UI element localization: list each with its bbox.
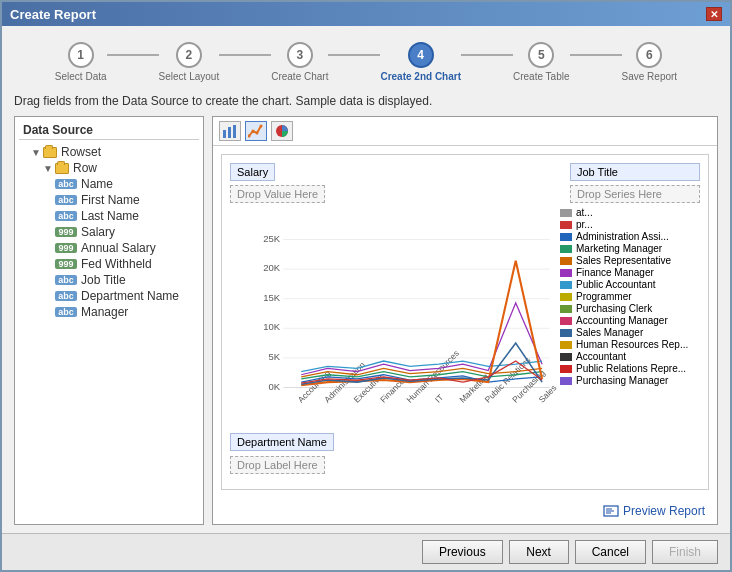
svg-rect-2 bbox=[233, 125, 236, 138]
tree-field-department-name[interactable]: abc Department Name bbox=[19, 288, 199, 304]
step-4-label: Create 2nd Chart bbox=[380, 71, 461, 82]
type-badge: abc bbox=[55, 211, 77, 221]
legend-color-swatch bbox=[560, 341, 572, 349]
legend-color-swatch bbox=[560, 233, 572, 241]
tree-field-annual-salary[interactable]: 999 Annual Salary bbox=[19, 240, 199, 256]
tree-field-fed-withheld[interactable]: 999 Fed Withheld bbox=[19, 256, 199, 272]
svg-point-5 bbox=[256, 132, 259, 135]
legend-color-swatch bbox=[560, 257, 572, 265]
x-axis-label[interactable]: Department Name bbox=[230, 433, 334, 451]
legend-label[interactable]: Job Title bbox=[570, 163, 700, 181]
svg-text:20K: 20K bbox=[263, 262, 281, 273]
tree-rowset[interactable]: ▼ Rowset bbox=[19, 144, 199, 160]
svg-text:IT: IT bbox=[433, 392, 445, 404]
legend-item: Administration Assi... bbox=[560, 231, 700, 242]
legend-item-label: Human Resources Rep... bbox=[576, 339, 688, 350]
cancel-button[interactable]: Cancel bbox=[575, 540, 646, 564]
line-chart-button[interactable] bbox=[245, 121, 267, 141]
expand-row: ▼ bbox=[43, 163, 55, 174]
tree-field-name[interactable]: abc Name bbox=[19, 176, 199, 192]
row-label: Row bbox=[73, 161, 97, 175]
instruction-text: Drag fields from the Data Source to crea… bbox=[14, 94, 718, 108]
svg-text:10K: 10K bbox=[263, 321, 281, 332]
window-title: Create Report bbox=[10, 7, 96, 22]
tree-field-manager[interactable]: abc Manager bbox=[19, 304, 199, 320]
step-5: 5 Create Table bbox=[513, 42, 570, 82]
legend-item: Accountant bbox=[560, 351, 700, 362]
y-axis-label[interactable]: Salary bbox=[230, 163, 275, 181]
chart-container: Salary Drop Value Here Job Title Drop Se… bbox=[221, 154, 709, 490]
preview-report-button[interactable]: Preview Report bbox=[599, 502, 709, 520]
expand-rowset: ▼ bbox=[31, 147, 43, 158]
svg-text:25K: 25K bbox=[263, 233, 281, 244]
legend-color-swatch bbox=[560, 293, 572, 301]
type-badge: abc bbox=[55, 291, 77, 301]
svg-rect-0 bbox=[223, 130, 226, 138]
legend-item-label: Public Accountant bbox=[576, 279, 656, 290]
step-1-circle: 1 bbox=[68, 42, 94, 68]
field-label: First Name bbox=[81, 193, 140, 207]
step-4-circle: 4 bbox=[408, 42, 434, 68]
pie-chart-button[interactable] bbox=[271, 121, 293, 141]
legend-color-swatch bbox=[560, 317, 572, 325]
legend-item: Programmer bbox=[560, 291, 700, 302]
rowset-label: Rowset bbox=[61, 145, 101, 159]
folder-icon-rowset bbox=[43, 147, 57, 158]
connector-2 bbox=[219, 54, 271, 56]
previous-button[interactable]: Previous bbox=[422, 540, 503, 564]
step-5-circle: 5 bbox=[528, 42, 554, 68]
svg-text:5K: 5K bbox=[268, 351, 280, 362]
tree-field-salary[interactable]: 999 Salary bbox=[19, 224, 199, 240]
create-report-window: Create Report ✕ 1 Select Data 2 Select L… bbox=[0, 0, 732, 572]
legend-color-swatch bbox=[560, 245, 572, 253]
svg-point-6 bbox=[260, 125, 263, 128]
bar-chart-button[interactable] bbox=[219, 121, 241, 141]
legend-item-label: Programmer bbox=[576, 291, 632, 302]
type-badge: abc bbox=[55, 275, 77, 285]
legend-item-label: Accountant bbox=[576, 351, 626, 362]
legend-item: Finance Manager bbox=[560, 267, 700, 278]
step-2-label: Select Layout bbox=[159, 71, 220, 82]
step-3: 3 Create Chart bbox=[271, 42, 328, 82]
legend-item: Sales Manager bbox=[560, 327, 700, 338]
legend-item-label: Accounting Manager bbox=[576, 315, 668, 326]
type-badge: 999 bbox=[55, 227, 77, 237]
legend-color-swatch bbox=[560, 305, 572, 313]
step-6-circle: 6 bbox=[636, 42, 662, 68]
step-6-label: Save Report bbox=[622, 71, 678, 82]
tree-field-first-name[interactable]: abc First Name bbox=[19, 192, 199, 208]
close-button[interactable]: ✕ bbox=[706, 7, 722, 21]
content-area: 1 Select Data 2 Select Layout 3 Create C… bbox=[2, 26, 730, 533]
preview-btn-label: Preview Report bbox=[623, 504, 705, 518]
legend-item-label: Finance Manager bbox=[576, 267, 654, 278]
legend-item-label: Administration Assi... bbox=[576, 231, 669, 242]
tree-field-last-name[interactable]: abc Last Name bbox=[19, 208, 199, 224]
legend-item-label: at... bbox=[576, 207, 593, 218]
legend-item: Sales Representative bbox=[560, 255, 700, 266]
steps-bar: 1 Select Data 2 Select Layout 3 Create C… bbox=[14, 34, 718, 94]
type-badge: abc bbox=[55, 195, 77, 205]
field-label: Department Name bbox=[81, 289, 179, 303]
chart-area: Salary Drop Value Here Job Title Drop Se… bbox=[213, 146, 717, 498]
finish-button[interactable]: Finish bbox=[652, 540, 718, 564]
legend-item-label: Sales Manager bbox=[576, 327, 643, 338]
tree-field-job-title[interactable]: abc Job Title bbox=[19, 272, 199, 288]
step-2-circle: 2 bbox=[176, 42, 202, 68]
next-button[interactable]: Next bbox=[509, 540, 569, 564]
tree-row[interactable]: ▼ Row bbox=[19, 160, 199, 176]
field-label: Annual Salary bbox=[81, 241, 156, 255]
svg-text:Sales: Sales bbox=[536, 383, 558, 405]
title-bar: Create Report ✕ bbox=[2, 2, 730, 26]
type-badge: 999 bbox=[55, 243, 77, 253]
legend-drop[interactable]: Drop Series Here bbox=[570, 185, 700, 203]
legend-color-swatch bbox=[560, 377, 572, 385]
legend-color-swatch bbox=[560, 221, 572, 229]
x-axis-drop[interactable]: Drop Label Here bbox=[230, 456, 325, 474]
legend-item: pr... bbox=[560, 219, 700, 230]
legend-color-swatch bbox=[560, 209, 572, 217]
y-axis-drop[interactable]: Drop Value Here bbox=[230, 185, 325, 203]
svg-text:15K: 15K bbox=[263, 292, 281, 303]
legend-item-label: Purchasing Manager bbox=[576, 375, 668, 386]
preview-icon bbox=[603, 505, 619, 517]
field-label: Fed Withheld bbox=[81, 257, 152, 271]
